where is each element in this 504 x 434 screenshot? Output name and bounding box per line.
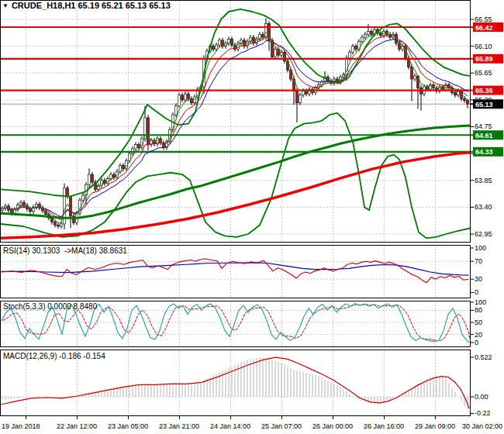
stoch-axis-label: 80: [475, 306, 482, 314]
symbol-dropdown-icon[interactable]: ▼: [2, 2, 9, 9]
badge-label: 65.36: [475, 87, 493, 95]
candle-body: [29, 209, 32, 212]
candle-body: [110, 174, 112, 178]
chart-title: CRUDE_H18,H1 65.19 65.21 65.13 65.13: [12, 1, 171, 10]
candle-body: [364, 34, 367, 37]
badge-label: 65.89: [475, 55, 493, 63]
price-axis-label: 63.40: [475, 203, 492, 211]
candle-body: [135, 145, 137, 149]
date-axis-label: 29 Jan 09:00: [415, 422, 455, 430]
date-axis-label: 24 Jan 14:00: [210, 422, 250, 430]
badge-label: 65.13: [475, 101, 493, 108]
candle-body: [467, 101, 469, 105]
macd-axis-label: -0.22: [475, 409, 491, 417]
candle-body: [414, 76, 416, 79]
candle-body: [402, 46, 404, 50]
price-badge: 65.89: [471, 54, 503, 64]
candle-body: [70, 197, 72, 216]
date-axis-label: 26 Jan 16:00: [364, 422, 404, 430]
bollinger-upper-band: [0, 9, 471, 197]
candle-body: [82, 195, 85, 200]
candle-body: [188, 94, 190, 98]
stoch-axis-label: 0: [475, 339, 478, 346]
candle-body: [253, 37, 255, 43]
price-badge: 66.42: [471, 22, 503, 32]
candle-body: [296, 91, 299, 102]
candle-body: [222, 40, 224, 46]
price-axis-label: 62.95: [475, 230, 492, 238]
chart-title-bar: ▼CRUDE_H18,H1 65.19 65.21 65.13 65.13: [2, 1, 171, 10]
chart-window: 66.5566.1065.6565.2064.7564.3063.8563.40…: [0, 0, 504, 434]
price-badge: 64.61: [471, 130, 503, 140]
candle-body: [368, 31, 370, 34]
candle-body: [361, 37, 364, 41]
candle-body: [352, 46, 354, 53]
candle-body: [399, 43, 401, 50]
candle-body: [175, 106, 178, 115]
candle-body: [302, 91, 305, 95]
stoch-indicator-title: Stoch(5,3,3) 0.0000 8.8480: [3, 302, 97, 311]
date-axis-label: 25 Jan 07:00: [261, 422, 302, 430]
candle-body: [113, 174, 116, 177]
candle-body: [464, 98, 466, 100]
candle-body: [88, 174, 91, 184]
stoch-axis-label: 50: [475, 319, 482, 326]
candle-body: [119, 166, 122, 172]
candle-body: [426, 87, 429, 89]
badge-label: 64.33: [475, 148, 493, 156]
candle-body: [274, 49, 277, 57]
candle-body: [123, 166, 125, 169]
candle-body: [371, 31, 373, 34]
rsi-axis-label: 100: [475, 244, 486, 252]
badge-label: 64.61: [475, 132, 493, 140]
date-axis-label: 30 Jan 02:00: [462, 422, 502, 430]
price-badge: 65.36: [471, 86, 503, 95]
candle-body: [454, 93, 457, 95]
price-axis-label: 66.55: [475, 16, 492, 23]
chart-canvas[interactable]: 66.5566.1065.6565.2064.7564.3063.8563.40…: [0, 0, 504, 434]
candle-body: [91, 174, 94, 182]
candle-body: [60, 224, 63, 226]
candle-body: [185, 94, 187, 100]
candle-body: [355, 46, 357, 50]
candle-body: [23, 202, 26, 205]
candle-body: [299, 95, 302, 103]
candle-body: [20, 202, 22, 205]
candle-body: [212, 46, 215, 50]
fast-ma-green: [2, 32, 468, 223]
date-axis-label: 23 Jan 21:00: [159, 422, 199, 430]
date-axis-label: 26 Jan 00:00: [312, 422, 353, 430]
candle-body: [67, 188, 69, 197]
price-axis[interactable]: 66.5566.1065.6565.2064.7564.3063.8563.40…: [471, 16, 492, 417]
price-badge: 65.13: [471, 99, 503, 108]
badge-label: 66.42: [475, 24, 493, 32]
rsi-axis-label: 30: [475, 275, 482, 283]
date-axis-label: 19 Jan 2018: [2, 422, 40, 430]
macd-axis-label: 0.00: [475, 393, 488, 401]
date-axis[interactable]: 19 Jan 201822 Jan 12:0023 Jan 05:0023 Ja…: [2, 416, 502, 430]
price-axis-label: 66.10: [475, 43, 492, 50]
candle-body: [265, 23, 268, 37]
macd-indicator-title: MACD(12,26,9) -0.186 -0.154: [3, 352, 105, 360]
rsi-indicator-title: RSI(14) 30.1303 ->MA(18) 38.8631: [3, 246, 127, 255]
candle-body: [54, 222, 57, 226]
macd-axis-label: 0.522: [475, 353, 492, 361]
candle-body: [138, 145, 140, 148]
fast-ma-blue: [2, 40, 468, 217]
date-axis-label: 23 Jan 05:00: [108, 422, 148, 430]
fast-ma-red: [2, 36, 468, 219]
candle-body: [51, 218, 54, 222]
price-badge: 64.33: [471, 147, 503, 157]
candle-body: [349, 52, 351, 58]
candle-body: [57, 225, 60, 226]
rsi-axis-label: 70: [475, 257, 482, 265]
stoch-axis-label: 20: [475, 331, 482, 339]
candle-body: [219, 40, 221, 45]
stoch-axis-label: 100: [475, 298, 486, 306]
candle-body: [281, 52, 283, 55]
macd-histogram: [2, 357, 468, 409]
candle-body: [181, 95, 184, 100]
rsi-axis-label: 0: [475, 288, 478, 296]
candle-body: [216, 45, 218, 49]
date-axis-label: 22 Jan 12:00: [57, 422, 97, 430]
